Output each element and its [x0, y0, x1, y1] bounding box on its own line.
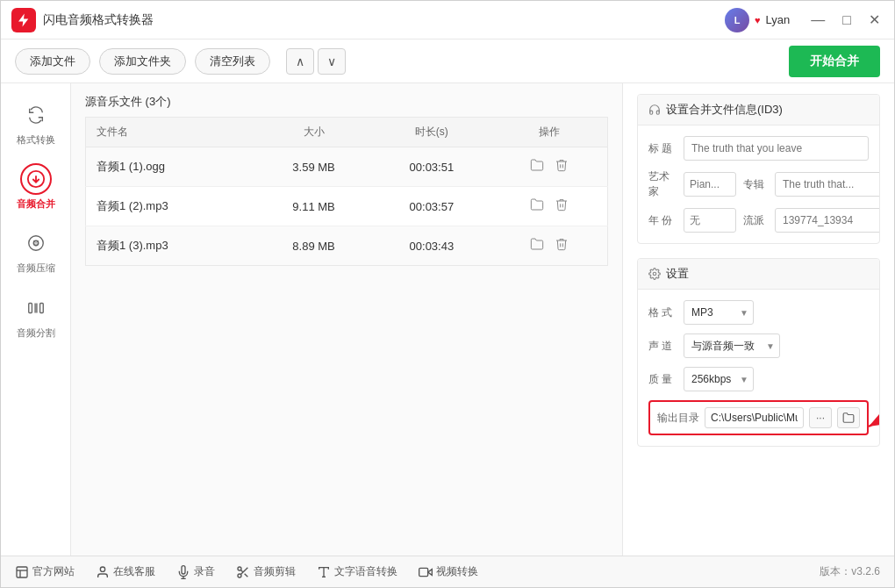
add-file-button[interactable]: 添加文件 [15, 48, 90, 75]
sidebar-item-audio-split[interactable]: 音频分割 [1, 283, 70, 348]
audio-split-icon [20, 292, 52, 324]
recording-item[interactable]: 录音 [176, 564, 215, 579]
year-input[interactable] [684, 208, 736, 233]
file-folder-btn[interactable] [528, 196, 546, 217]
nav-down-button[interactable]: ∨ [318, 48, 346, 75]
svg-rect-24 [419, 568, 428, 576]
album-label: 专辑 [743, 177, 768, 192]
sidebar: 格式转换 音频合并 [1, 83, 71, 556]
svg-point-17 [238, 574, 241, 577]
col-duration: 时长(s) [372, 118, 491, 147]
file-size: 8.89 MB [255, 226, 371, 266]
file-name: 音频1 (3).mp3 [86, 226, 256, 266]
main-window: 闪电音频格式转换器 L ♥ Lyan — □ ✕ 添加文件 添加文件夹 清空列表… [0, 0, 895, 588]
file-folder-btn[interactable] [528, 156, 546, 177]
output-path-input[interactable] [705, 407, 804, 428]
svg-point-13 [100, 567, 104, 571]
sidebar-label-audio-compress: 音频压缩 [17, 262, 55, 274]
format-row: 格 式 MP3 AAC FLAC WAV OGG ▼ [648, 300, 869, 325]
output-label: 输出目录 [657, 411, 699, 426]
audio-edit-item[interactable]: 音频剪辑 [236, 564, 296, 579]
file-table: 文件名 大小 时长(s) 操作 音频1 (1).ogg 3.59 MB 00:0… [85, 117, 608, 266]
mic-icon [176, 565, 190, 579]
settings-form: 格 式 MP3 AAC FLAC WAV OGG ▼ [638, 290, 879, 446]
svg-rect-3 [28, 303, 32, 312]
format-select-wrap: MP3 AAC FLAC WAV OGG ▼ [684, 300, 754, 325]
bottombar: 官方网站 在线客服 录音 [1, 556, 894, 587]
channel-select-wrap: 与源音频一致 单声道 立体声 ▼ [684, 333, 780, 358]
file-name: 音频1 (1).ogg [86, 147, 256, 187]
year-row: 年 份 流派 [648, 208, 869, 233]
online-support-item[interactable]: 在线客服 [96, 564, 155, 579]
table-row: 音频1 (3).mp3 8.89 MB 00:03:43 [86, 226, 608, 266]
table-row: 音频1 (1).ogg 3.59 MB 00:03:51 [86, 147, 608, 187]
text-convert-label: 文字语音转换 [334, 564, 397, 579]
album-input[interactable] [775, 172, 880, 197]
titlebar: 闪电音频格式转换器 L ♥ Lyan — □ ✕ [1, 1, 894, 39]
genre-input[interactable] [775, 208, 880, 233]
svg-line-19 [245, 573, 248, 577]
file-duration: 00:03:57 [372, 187, 491, 226]
format-select[interactable]: MP3 AAC FLAC WAV OGG [684, 300, 754, 325]
file-name: 音频1 (2).mp3 [86, 187, 256, 226]
title-row: 标 题 [648, 136, 869, 161]
add-folder-button[interactable]: 添加文件夹 [99, 48, 186, 75]
file-size: 3.59 MB [255, 147, 371, 187]
id3-form: 标 题 艺术家 专辑 年 份 流派 [638, 125, 879, 243]
video-convert-item[interactable]: 视频转换 [419, 564, 478, 579]
format-convert-icon [20, 99, 52, 131]
format-label: 格 式 [648, 305, 677, 320]
output-dir-container: 输出目录 ··· [648, 400, 869, 435]
text-convert-item[interactable]: 文字语音转换 [317, 564, 397, 579]
artist-label: 艺术家 [648, 169, 677, 199]
maximize-button[interactable]: □ [839, 11, 855, 29]
text-convert-icon [317, 565, 331, 579]
online-support-label: 在线客服 [113, 564, 155, 579]
app-title: 闪电音频格式转换器 [43, 12, 725, 28]
channel-label: 声 道 [648, 339, 677, 354]
minimize-button[interactable]: — [807, 11, 828, 29]
nav-up-button[interactable]: ∧ [286, 48, 314, 75]
output-folder-button[interactable] [837, 407, 860, 428]
col-filename: 文件名 [86, 118, 256, 147]
website-icon [15, 565, 29, 579]
title-input[interactable] [684, 136, 869, 161]
section-title: 源音乐文件 (3个) [85, 94, 608, 110]
official-site-label: 官方网站 [32, 564, 75, 579]
file-duration: 00:03:43 [372, 226, 491, 266]
artist-input[interactable] [684, 172, 736, 197]
artist-row: 艺术家 专辑 [648, 169, 869, 199]
clear-list-button[interactable]: 清空列表 [195, 48, 270, 75]
username: Lyan [766, 13, 791, 26]
vip-badge: ♥ [755, 15, 761, 25]
svg-line-9 [869, 405, 880, 427]
nav-buttons: ∧ ∨ [286, 48, 346, 75]
official-site-item[interactable]: 官方网站 [15, 564, 75, 579]
file-actions [491, 147, 607, 187]
col-size: 大小 [255, 118, 371, 147]
id3-section-title: 设置合并文件信息(ID3) [638, 95, 879, 125]
video-icon [419, 565, 433, 579]
start-merge-button[interactable]: 开始合并 [789, 46, 880, 77]
scissors-icon [236, 565, 250, 579]
quality-select[interactable]: 128kbps 192kbps 256kbps 320kbps [684, 367, 754, 391]
window-controls: — □ ✕ [807, 11, 884, 29]
svg-rect-10 [17, 567, 27, 577]
file-folder-btn[interactable] [528, 235, 546, 256]
output-more-button[interactable]: ··· [809, 407, 832, 428]
settings-section: 设置 格 式 MP3 AAC FLAC WAV OGG [637, 258, 880, 447]
audio-compress-icon [20, 227, 52, 259]
toolbar: 添加文件 添加文件夹 清空列表 ∧ ∨ 开始合并 [1, 39, 894, 83]
year-label: 年 份 [648, 213, 677, 228]
settings-section-title: 设置 [638, 259, 879, 290]
file-actions [491, 187, 607, 226]
file-delete-btn[interactable] [553, 156, 570, 177]
channel-select[interactable]: 与源音频一致 单声道 立体声 [684, 333, 780, 358]
close-button[interactable]: ✕ [865, 11, 884, 29]
file-delete-btn[interactable] [553, 196, 570, 217]
title-label: 标 题 [648, 141, 677, 156]
sidebar-item-format-convert[interactable]: 格式转换 [1, 90, 70, 154]
sidebar-item-audio-compress[interactable]: 音频压缩 [1, 219, 70, 283]
file-delete-btn[interactable] [553, 235, 570, 256]
sidebar-item-audio-merge[interactable]: 音频合并 [1, 154, 70, 219]
